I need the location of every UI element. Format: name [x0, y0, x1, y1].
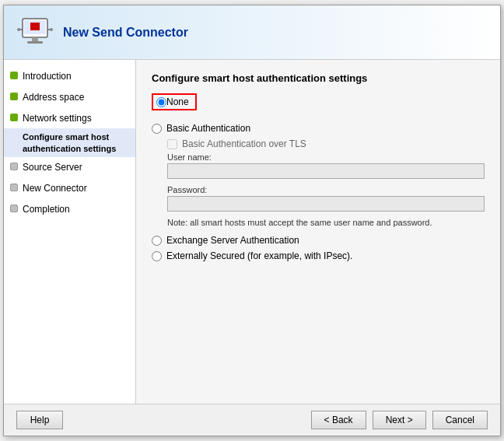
sidebar-label-source-server: Source Server [23, 161, 82, 174]
connector-icon [16, 14, 54, 51]
input-username[interactable] [167, 163, 485, 179]
sidebar-item-configure-smart-host[interactable]: Configure smart host authentication sett… [4, 128, 135, 157]
sidebar-bullet-network-settings [10, 114, 18, 121]
dialog-footer: Help < Back Next > Cancel [4, 404, 500, 436]
sidebar-item-address-space[interactable]: Address space [4, 87, 135, 108]
sidebar-label-network-settings: Network settings [23, 112, 92, 125]
dialog-title: New Send Connector [63, 26, 188, 40]
label-externally-secured[interactable]: Externally Secured (for example, with IP… [166, 250, 352, 261]
radio-externally-secured[interactable] [152, 251, 162, 261]
sidebar-label-new-connector: New Connector [23, 182, 87, 195]
field-group-password: Password: [167, 185, 485, 212]
next-button[interactable]: Next > [373, 411, 426, 429]
svg-rect-2 [30, 23, 40, 30]
section-title: Configure smart host authentication sett… [152, 72, 485, 84]
dialog-window: New Send Connector Introduction Address … [3, 5, 501, 436]
radio-exchange-auth[interactable] [152, 236, 162, 246]
help-button[interactable]: Help [16, 411, 63, 429]
sidebar: Introduction Address space Network setti… [4, 60, 136, 404]
label-basic-auth[interactable]: Basic Authentication [166, 123, 250, 134]
svg-rect-4 [27, 41, 43, 44]
option-exchange-auth-row: Exchange Server Authentication [152, 235, 485, 246]
sidebar-bullet-new-connector [10, 184, 18, 191]
sidebar-item-introduction[interactable]: Introduction [4, 66, 135, 87]
label-username: User name: [167, 152, 485, 162]
sidebar-bullet-completion [10, 205, 18, 212]
dialog-body: Introduction Address space Network setti… [4, 60, 500, 404]
sidebar-label-completion: Completion [23, 203, 70, 216]
sidebar-bullet-introduction [10, 72, 18, 79]
label-password: Password: [167, 185, 485, 194]
option-none-row: None [152, 93, 197, 110]
dialog-header: New Send Connector [4, 5, 500, 60]
sidebar-label-introduction: Introduction [23, 70, 72, 83]
label-none[interactable]: None [166, 96, 189, 107]
footer-right-buttons: < Back Next > Cancel [311, 411, 488, 429]
field-group-username: User name: [167, 152, 485, 179]
sidebar-label-configure-smart-host: Configure smart host authentication sett… [23, 132, 116, 152]
svg-point-8 [50, 28, 53, 31]
note-text: Note: all smart hosts must accept the sa… [167, 218, 485, 227]
sidebar-bullet-address-space [10, 93, 18, 100]
sidebar-item-completion[interactable]: Completion [4, 199, 135, 220]
option-externally-secured-row: Externally Secured (for example, with IP… [152, 250, 485, 261]
label-exchange-auth[interactable]: Exchange Server Authentication [166, 235, 299, 246]
cancel-button[interactable]: Cancel [432, 411, 488, 429]
radio-basic-auth[interactable] [152, 124, 162, 134]
sub-option-tls: Basic Authentication over TLS [167, 138, 485, 149]
sidebar-item-network-settings[interactable]: Network settings [4, 108, 135, 129]
svg-point-6 [17, 28, 20, 31]
checkbox-basic-auth-tls[interactable] [167, 139, 177, 149]
label-basic-auth-tls: Basic Authentication over TLS [182, 138, 306, 149]
sidebar-bullet-source-server [10, 163, 18, 170]
sidebar-item-new-connector[interactable]: New Connector [4, 178, 135, 199]
input-password[interactable] [167, 196, 485, 212]
sidebar-label-address-space: Address space [23, 91, 84, 104]
radio-none[interactable] [156, 97, 166, 107]
svg-rect-3 [32, 37, 38, 41]
sidebar-item-source-server[interactable]: Source Server [4, 157, 135, 178]
option-basic-auth-row: Basic Authentication [152, 123, 485, 134]
main-content: Configure smart host authentication sett… [136, 60, 500, 404]
back-button[interactable]: < Back [311, 411, 366, 429]
